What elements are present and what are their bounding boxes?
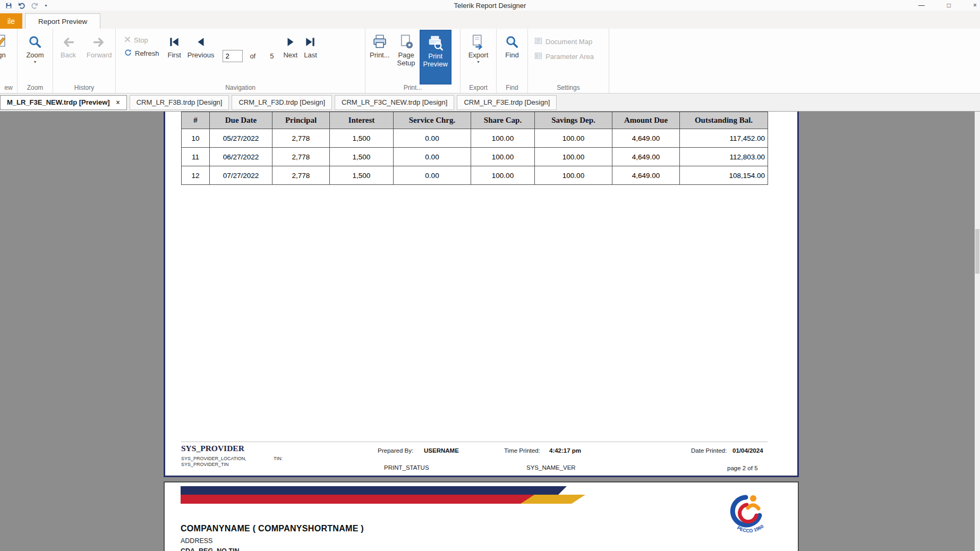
report-table-header-row: #Due DatePrincipalInterestService Chrg.S… — [182, 112, 768, 129]
time-printed-value: 4:42:17 pm — [549, 447, 581, 454]
report-table-cell: 100.00 — [535, 129, 612, 148]
page-navigation-controls: of 5 — [223, 50, 280, 62]
report-table-header-cell: Share Cap. — [471, 112, 535, 129]
document-tab-label: CRM_LR_F3B.trdp [Design] — [137, 98, 223, 106]
report-table-body: 1005/27/20222,7781,5000.00100.00100.004,… — [182, 129, 768, 185]
print-button[interactable]: Print... — [367, 29, 393, 81]
report-table-header-cell: Interest — [330, 112, 394, 129]
stop-refresh-stack: Stop Refresh — [124, 36, 159, 58]
document-map-icon — [534, 37, 542, 46]
parameter-area-icon — [534, 52, 542, 61]
redo-icon[interactable] — [31, 2, 39, 9]
forward-button[interactable]: Forward — [83, 29, 115, 81]
window-title: Telerik Report Designer — [0, 2, 980, 10]
design-icon — [0, 33, 9, 51]
print-preview-icon — [428, 34, 444, 52]
report-table-cell: 0.00 — [394, 129, 471, 148]
titlebar: ▼ Telerik Report Designer — □ × — [0, 0, 980, 11]
report-table-cell: 100.00 — [471, 166, 535, 185]
ribbon: ign ew Zoom ▼ Zoom Back Forward History — [0, 29, 980, 94]
settings-stack: Document Map Parameter Area — [534, 37, 594, 61]
previous-page-icon — [195, 33, 207, 51]
report-page-next: COMPANYNAME ( COMPANYSHORTNAME ) ADDRESS… — [164, 481, 799, 551]
next-page-button[interactable]: Next — [280, 29, 301, 81]
group-label-zoom: Zoom — [18, 84, 53, 91]
stop-button[interactable]: Stop — [124, 36, 159, 44]
first-page-button[interactable]: First — [165, 29, 184, 81]
report-table-row: 1106/27/20222,7781,5000.00100.00100.004,… — [182, 148, 768, 166]
report-table-cell: 4,649.00 — [612, 129, 680, 148]
minimize-button[interactable]: — — [918, 0, 925, 11]
maximize-button[interactable]: □ — [947, 0, 951, 11]
print-status: PRINT_STATUS — [384, 464, 429, 471]
report-table-cell: 2,778 — [272, 148, 330, 166]
tab-report-preview[interactable]: Report Preview — [25, 13, 100, 29]
report-table-cell: 4,649.00 — [612, 148, 680, 166]
page-total-label: 5 — [270, 52, 274, 60]
quick-access-toolbar: ▼ — [0, 2, 48, 9]
report-table-cell: 100.00 — [535, 166, 612, 185]
report-table-cell: 2,778 — [272, 166, 330, 185]
report-table-row: 1207/27/20222,7781,5000.00100.00100.004,… — [182, 166, 768, 185]
quick-access-dropdown-icon[interactable]: ▼ — [44, 4, 48, 7]
export-button[interactable]: Export ▼ — [465, 29, 492, 81]
report-table-cell: 100.00 — [535, 148, 612, 166]
telerik-report-designer-window: ▼ Telerik Report Designer — □ × ile Repo… — [0, 0, 980, 551]
report-table-header-cell: Savings Dep. — [535, 112, 612, 129]
find-icon — [505, 33, 519, 51]
document-tab-close-icon[interactable]: × — [116, 99, 120, 106]
report-table-cell: 112,803.00 — [680, 148, 768, 166]
report-page-current: #Due DatePrincipalInterestService Chrg.S… — [164, 112, 799, 477]
last-page-icon — [304, 33, 316, 51]
ribbon-group-view: ign ew — [0, 29, 18, 93]
company-reg-line: CDA_REG_NO,TIN — [181, 547, 239, 551]
save-icon[interactable] — [5, 2, 12, 9]
page-info: page 2 of 5 — [727, 465, 758, 471]
report-table-cell: 06/27/2022 — [210, 148, 272, 166]
design-button[interactable]: ign — [0, 29, 17, 81]
report-table-header-cell: Service Chrg. — [394, 112, 471, 129]
document-tab[interactable]: CRM_LR_F3E.trdp [Design] — [457, 95, 557, 110]
zoom-dropdown-icon: ▼ — [33, 60, 37, 64]
undo-icon[interactable] — [18, 2, 25, 9]
document-tab[interactable]: CRM_LR_F3B.trdp [Design] — [130, 95, 229, 110]
zoom-button[interactable]: Zoom ▼ — [23, 29, 47, 81]
footer-divider — [181, 442, 768, 442]
document-tab[interactable]: M_LR_F3E_NEW.trdp [Preview]× — [0, 95, 127, 110]
footer-tin-label: TIN: — [274, 456, 283, 461]
company-name: COMPANYNAME ( COMPANYSHORTNAME ) — [181, 524, 364, 533]
back-button[interactable]: Back — [57, 29, 79, 81]
first-page-icon — [168, 33, 180, 51]
group-label-settings: Settings — [528, 84, 609, 91]
page-number-input[interactable] — [223, 50, 243, 62]
vertical-scrollbar[interactable] — [975, 112, 980, 551]
document-tab-label: CRM_LR_F3E.trdp [Design] — [464, 98, 550, 106]
report-table-cell: 10 — [182, 129, 210, 148]
ribbon-group-history: Back Forward History — [53, 29, 116, 93]
report-table-cell: 4,649.00 — [612, 166, 680, 185]
report-table-header-cell: Amount Due — [612, 112, 680, 129]
parameter-area-button[interactable]: Parameter Area — [534, 52, 594, 61]
file-tab[interactable]: ile — [0, 13, 22, 29]
footer-provider-tin: SYS_PROVIDER_TIN — [181, 462, 229, 467]
refresh-button[interactable]: Refresh — [124, 49, 159, 58]
vertical-scrollbar-thumb[interactable] — [975, 229, 979, 274]
document-tab[interactable]: CRM_LR_F3D.trdp [Design] — [232, 95, 332, 110]
page-setup-button[interactable]: Page Setup — [394, 29, 419, 81]
report-preview-area[interactable]: #Due DatePrincipalInterestService Chrg.S… — [0, 112, 980, 551]
print-preview-button[interactable]: Print Preview — [420, 30, 451, 84]
report-table-cell: 11 — [182, 148, 210, 166]
document-tab-label: CRM_LR_F3D.trdp [Design] — [238, 98, 325, 106]
report-table-cell: 100.00 — [471, 129, 535, 148]
forward-arrow-icon — [92, 33, 106, 51]
document-tab[interactable]: CRM_LR_F3C_NEW.trdp [Design] — [335, 95, 454, 110]
last-page-button[interactable]: Last — [301, 29, 320, 81]
close-button[interactable]: × — [973, 0, 977, 11]
document-map-button[interactable]: Document Map — [534, 37, 594, 46]
export-icon — [470, 33, 486, 51]
previous-page-button[interactable]: Previous — [184, 29, 218, 81]
back-arrow-icon — [61, 33, 75, 51]
stripe-navy — [181, 486, 567, 495]
find-button[interactable]: Find — [501, 29, 523, 81]
export-dropdown-icon: ▼ — [476, 60, 480, 64]
